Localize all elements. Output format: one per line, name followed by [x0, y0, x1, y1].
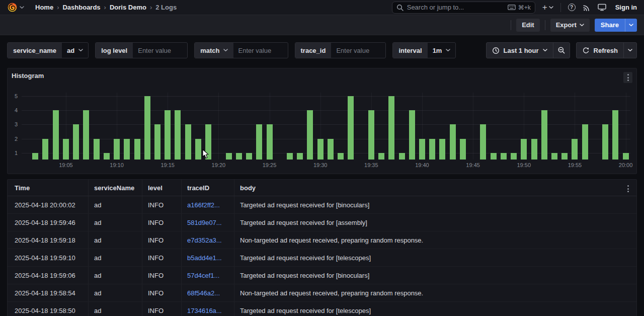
breadcrumb-doris-demo[interactable]: Doris Demo	[110, 4, 146, 11]
histogram-bar-19:49[interactable]	[511, 153, 517, 160]
histogram-bar-19:53[interactable]	[551, 153, 557, 160]
trace-id-link[interactable]: 581d9e07...	[181, 214, 234, 231]
column-header-level[interactable]: level	[142, 180, 181, 196]
histogram-bar-19:28[interactable]	[297, 153, 303, 160]
histogram-bar-19:14[interactable]	[154, 124, 160, 160]
histogram-bar-19:29[interactable]	[307, 110, 313, 160]
column-header-traceID[interactable]: traceID	[181, 180, 234, 196]
trace-id-link[interactable]: b5add4e1...	[181, 249, 234, 266]
histogram-bar-19:10[interactable]	[114, 139, 120, 160]
histogram-bar-19:06[interactable]	[73, 124, 79, 160]
histogram-bar-19:11[interactable]	[124, 139, 130, 160]
histogram-bar-19:37[interactable]	[388, 96, 394, 160]
histogram-bar-19:47[interactable]	[491, 153, 497, 160]
breadcrumb-home[interactable]: Home	[35, 4, 53, 11]
table-cell: Targeted ad request received for [binocu…	[234, 267, 636, 284]
histogram-bar-19:25[interactable]	[267, 124, 273, 160]
histogram-bar-19:15[interactable]	[165, 110, 171, 160]
histogram-bar-19:07[interactable]	[83, 110, 89, 160]
histogram-bar-19:32[interactable]	[338, 153, 344, 160]
histogram-bar-19:33[interactable]	[348, 96, 354, 160]
histogram-bar-19:08[interactable]	[94, 139, 100, 160]
histogram-bar-19:09[interactable]	[104, 153, 110, 160]
histogram-bar-19:38[interactable]	[399, 153, 405, 160]
trace-id-link[interactable]: e7d352a3...	[181, 231, 234, 249]
histogram-bar-19:41[interactable]	[429, 139, 435, 160]
trace-id-input[interactable]	[331, 43, 385, 58]
histogram-bar-19:27[interactable]	[287, 153, 293, 160]
screen-share-button[interactable]	[598, 4, 606, 11]
trace-id-link[interactable]: 68f546a2...	[181, 284, 234, 301]
histogram-bar-19:56[interactable]	[582, 124, 588, 160]
histogram-bar-19:04[interactable]	[53, 110, 59, 160]
histogram-bar-19:54[interactable]	[561, 153, 568, 160]
histogram-bar-19:35[interactable]	[368, 110, 374, 160]
histogram-bar-19:18[interactable]	[195, 139, 201, 160]
histogram-bar-19:43[interactable]	[450, 124, 456, 160]
histogram-bar-19:02[interactable]	[32, 153, 38, 160]
export-button[interactable]: Export	[550, 19, 590, 32]
histogram-bar-19:40[interactable]	[419, 139, 425, 160]
histogram-bar-19:21[interactable]	[226, 153, 232, 160]
search-input[interactable]	[407, 4, 504, 11]
breadcrumb-dashboards[interactable]: Dashboards	[62, 4, 100, 11]
trace-id-link[interactable]: a166f2ff2...	[181, 196, 234, 213]
edit-button[interactable]: Edit	[516, 19, 540, 32]
histogram-bar-19:13[interactable]	[144, 96, 150, 160]
column-header-serviceName[interactable]: serviceName	[88, 180, 142, 196]
match-input[interactable]	[233, 43, 288, 58]
sign-in-button[interactable]: Sign in	[615, 4, 637, 11]
histogram-bar-19:39[interactable]	[409, 110, 415, 160]
chevron-down-icon	[629, 24, 633, 27]
refresh-button[interactable]: Refresh	[577, 43, 623, 58]
trace-id-link[interactable]: 1734616a...	[181, 302, 234, 316]
share-button[interactable]: Share	[595, 19, 625, 32]
histogram-bar-19:17[interactable]	[185, 124, 191, 160]
histogram-bar-19:50[interactable]	[521, 139, 527, 160]
histogram-bar-19:36[interactable]	[378, 153, 384, 160]
histogram-bar-19:52[interactable]	[541, 110, 547, 160]
histogram-bar-19:51[interactable]	[531, 139, 537, 160]
news-button[interactable]	[583, 4, 591, 12]
histogram-bar-20:00[interactable]	[623, 153, 629, 160]
histogram-bar-19:24[interactable]	[256, 124, 262, 160]
histogram-bar-19:16[interactable]	[175, 110, 181, 160]
histogram-bar-19:22[interactable]	[236, 153, 242, 160]
help-button[interactable]: ?	[568, 4, 576, 11]
histogram-bar-19:46[interactable]	[480, 124, 486, 160]
histogram-bar-19:05[interactable]	[63, 139, 69, 160]
histogram-chart[interactable]: 1234519:0519:1019:1519:2019:2519:3019:35…	[8, 68, 636, 174]
histogram-bar-19:42[interactable]	[439, 139, 445, 160]
histogram-bar-19:23[interactable]	[246, 153, 252, 160]
refresh-interval-button[interactable]	[623, 43, 636, 58]
dashboard-toolbar: Edit Export Share	[0, 15, 644, 35]
histogram-bar-19:58[interactable]	[602, 124, 608, 160]
add-new-button[interactable]: +	[542, 3, 553, 12]
trace-id-link[interactable]: 57d4cef1...	[181, 267, 234, 284]
clock-icon	[492, 47, 500, 54]
share-dropdown-button[interactable]	[625, 19, 637, 32]
histogram-bar-19:03[interactable]	[42, 139, 48, 160]
log-level-input[interactable]	[133, 43, 187, 58]
match-select[interactable]: match	[195, 43, 233, 58]
histogram-bar-19:12[interactable]	[134, 139, 140, 160]
histogram-bar-19:44[interactable]	[460, 139, 466, 160]
search-box[interactable]: ⌘+k	[392, 2, 535, 14]
interval-select[interactable]: 1m	[428, 43, 456, 58]
time-range-button[interactable]: Last 1 hour	[487, 43, 553, 58]
column-header-Time[interactable]: Time	[8, 180, 88, 196]
histogram-bar-19:55[interactable]	[572, 139, 578, 160]
grafana-logo[interactable]	[7, 2, 24, 13]
histogram-bar-19:31[interactable]	[328, 139, 334, 160]
histogram-bar-19:48[interactable]	[501, 153, 507, 160]
table-cell: 2025-04-18 19:58:54	[8, 284, 88, 301]
histogram-bar-19:59[interactable]	[612, 110, 618, 160]
column-header-body[interactable]: body	[234, 180, 636, 196]
log-table: TimeserviceNameleveltraceIDbody2025-04-1…	[8, 180, 636, 316]
histogram-bar-19:19[interactable]	[205, 124, 211, 160]
service-name-select[interactable]: ad	[62, 43, 88, 58]
service-name-value: ad	[67, 47, 74, 54]
zoom-out-time-button[interactable]	[553, 43, 570, 58]
histogram-bar-19:30[interactable]	[317, 139, 324, 160]
table-cell: INFO	[142, 214, 181, 231]
